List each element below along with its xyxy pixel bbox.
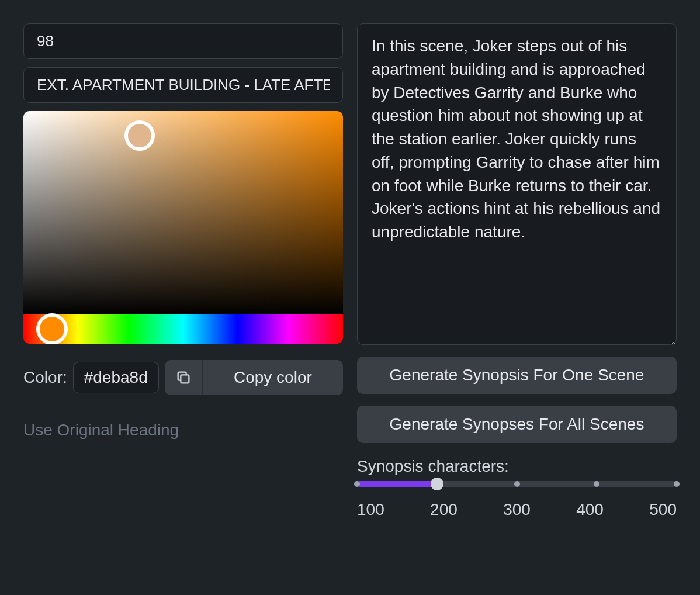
slider-label: Synopsis characters: — [357, 457, 677, 476]
color-picker — [23, 111, 343, 344]
synopsis-characters-slider[interactable] — [357, 478, 677, 490]
copy-icon — [175, 369, 192, 386]
svg-rect-0 — [181, 375, 189, 383]
copy-color-button[interactable]: Copy color — [202, 360, 343, 395]
use-original-heading-button[interactable]: Use Original Heading — [23, 421, 343, 440]
slider-tick — [674, 481, 680, 487]
slider-labels: 100 200 300 400 500 — [357, 500, 677, 519]
slider-track — [357, 481, 677, 487]
color-hex-value: #deba8d — [73, 362, 159, 393]
slider-tick-label: 200 — [430, 500, 458, 519]
scene-number-input[interactable] — [23, 23, 343, 59]
slider-tick — [594, 481, 599, 487]
slider-section: Synopsis characters: 100 200 300 400 500 — [357, 457, 677, 519]
right-panel: In this scene, Joker steps out of his ap… — [357, 23, 677, 519]
generate-one-scene-button[interactable]: Generate Synopsis For One Scene — [357, 357, 677, 394]
saturation-area[interactable] — [23, 111, 343, 314]
color-label: Color: — [23, 368, 67, 387]
hue-slider[interactable] — [23, 314, 343, 344]
copy-color-icon-button[interactable] — [165, 360, 202, 395]
left-panel: Color: #deba8d Copy color Use Original H… — [23, 23, 343, 519]
scene-heading-input[interactable] — [23, 67, 343, 103]
saturation-handle[interactable] — [124, 120, 155, 151]
synopsis-textarea[interactable]: In this scene, Joker steps out of his ap… — [357, 23, 677, 345]
slider-tick-label: 400 — [576, 500, 604, 519]
color-row: Color: #deba8d Copy color — [23, 360, 343, 395]
slider-fill — [357, 481, 437, 487]
slider-tick-label: 100 — [357, 500, 384, 519]
slider-tick — [514, 481, 520, 487]
slider-tick-label: 500 — [649, 500, 677, 519]
copy-color-group: Copy color — [165, 360, 343, 395]
hue-handle[interactable] — [36, 313, 68, 344]
generate-all-scenes-button[interactable]: Generate Synopses For All Scenes — [357, 406, 677, 443]
slider-tick-label: 300 — [503, 500, 531, 519]
slider-tick — [354, 481, 360, 487]
slider-thumb[interactable] — [431, 478, 443, 490]
